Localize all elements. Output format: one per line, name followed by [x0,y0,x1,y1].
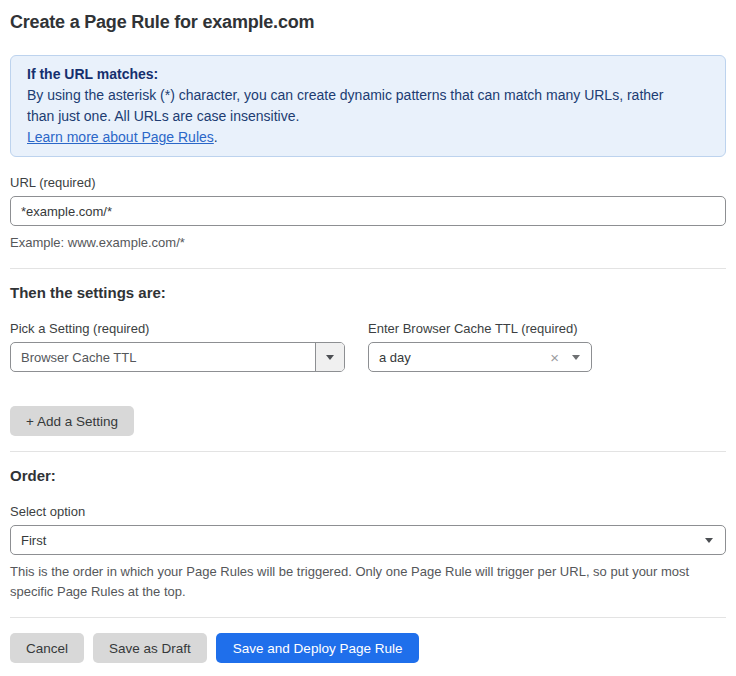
add-setting-button[interactable]: + Add a Setting [10,406,134,436]
order-select[interactable]: First [10,525,726,555]
setting-picker-value: Browser Cache TTL [11,350,315,365]
order-helper-text: This is the order in which your Page Rul… [10,562,726,602]
settings-section-heading: Then the settings are: [10,284,726,301]
order-section-heading: Order: [10,467,726,484]
order-select-value: First [11,533,705,548]
ttl-picker-value: a day [369,350,550,365]
url-field-group: URL (required) Example: www.example.com/… [10,175,726,253]
save-and-deploy-button[interactable]: Save and Deploy Page Rule [216,633,420,663]
learn-more-page-rules-link[interactable]: Learn more about Page Rules [27,129,214,145]
info-box-body: By using the asterisk (*) character, you… [27,85,685,127]
dropdown-arrow-segment[interactable] [315,343,344,371]
section-divider [10,268,726,269]
clear-icon[interactable]: × [550,350,559,365]
section-divider [10,451,726,452]
info-box-link-line: Learn more about Page Rules. [27,127,709,148]
setting-picker-label: Pick a Setting (required) [10,321,345,336]
ttl-picker-select[interactable]: a day × [368,342,592,372]
setting-picker-select[interactable]: Browser Cache TTL [10,342,345,372]
ttl-picker-label: Enter Browser Cache TTL (required) [368,321,592,336]
chevron-down-icon [572,355,580,360]
link-suffix: . [214,129,218,145]
form-actions: Cancel Save as Draft Save and Deploy Pag… [10,633,726,663]
save-as-draft-button[interactable]: Save as Draft [93,633,207,663]
url-label: URL (required) [10,175,726,190]
chevron-down-icon [705,538,713,543]
ttl-picker-icons: × [550,350,591,365]
order-field-group: Select option First This is the order in… [10,504,726,602]
chevron-down-icon [326,355,334,360]
info-box-heading: If the URL matches: [27,64,709,85]
section-divider [10,617,726,618]
settings-fields-row: Pick a Setting (required) Browser Cache … [10,321,726,372]
setting-picker-group: Pick a Setting (required) Browser Cache … [10,321,345,372]
cancel-button[interactable]: Cancel [10,633,84,663]
create-page-rule-form: Create a Page Rule for example.com If th… [0,0,736,676]
url-matches-info-box: If the URL matches: By using the asteris… [10,55,726,157]
url-helper-text: Example: www.example.com/* [10,233,726,253]
ttl-picker-group: Enter Browser Cache TTL (required) a day… [368,321,592,372]
page-title: Create a Page Rule for example.com [10,12,726,33]
url-input[interactable] [10,196,726,226]
order-select-label: Select option [10,504,726,519]
